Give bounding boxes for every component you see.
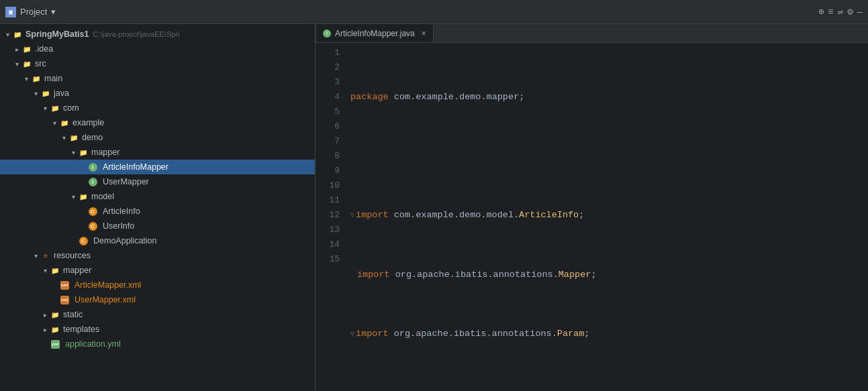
tree-item-model[interactable]: ▾ 📁 model <box>0 189 315 204</box>
tree-item-resources[interactable]: ▾ ≡ resources <box>0 248 315 263</box>
class-icon-userinfo: C <box>87 221 98 231</box>
tree-label-mapper-resources: mapper <box>63 266 91 275</box>
tree-label-articleinfomapper: ArticleInfoMapper <box>103 162 168 172</box>
line-num-8: 8 <box>316 149 340 164</box>
tree-label-articleinfo: ArticleInfo <box>103 207 140 216</box>
tree-item-mapper-resources[interactable]: ▾ 📁 mapper <box>0 263 315 278</box>
tree-label-templates: templates <box>63 325 99 334</box>
code-line-1: package com.example.demo.mapper; <box>350 90 868 105</box>
tree-label-static: static <box>63 310 83 319</box>
code-lines[interactable]: package com.example.demo.mapper; ▽import… <box>345 43 868 391</box>
folder-icon-templates: 📁 <box>50 325 60 334</box>
folder-icon-src: 📁 <box>21 59 32 68</box>
tree-item-main[interactable]: ▾ 📁 main <box>0 71 315 86</box>
folder-icon-idea: 📁 <box>21 44 32 54</box>
code-line-3: ▽import com.example.demo.model.ArticleIn… <box>350 208 868 223</box>
code-editor[interactable]: ! ArticleInfoMapper.java × 1 2 3 4 5 6 7… <box>316 24 868 391</box>
globe-icon[interactable]: ⊕ <box>818 6 824 17</box>
code-line-2 <box>350 149 868 164</box>
arrow-mapper-resources: ▾ <box>40 267 50 274</box>
arrow-static: ▸ <box>40 311 50 319</box>
tree-item-java[interactable]: ▾ 📁 java <box>0 86 315 101</box>
tree-item-templates[interactable]: ▸ 📁 templates <box>0 322 315 337</box>
code-content-area: 1 2 3 4 5 6 7 8 9 10 11 12 13 14 15 pack… <box>316 43 868 391</box>
arrow-resources: ▾ <box>31 252 40 260</box>
tree-label-idea: .idea <box>35 44 53 54</box>
tree-item-example[interactable]: ▾ 📁 example <box>0 115 315 130</box>
line-num-14: 14 <box>316 237 340 252</box>
tree-item-application-yml[interactable]: yml application.yml <box>0 337 315 351</box>
tab-filename: ArticleInfoMapper.java <box>335 29 415 38</box>
line-num-1: 1 <box>316 46 340 60</box>
tree-label-mapper: mapper <box>91 148 119 157</box>
tree-label-java: java <box>54 89 69 98</box>
main-area: ▾ 📁 SpringMyBatis1 C:\java-projrct\javaE… <box>0 24 868 391</box>
tree-item-root[interactable]: ▾ 📁 SpringMyBatis1 C:\java-projrct\javaE… <box>0 27 315 42</box>
arrow-mapper: ▾ <box>68 149 78 156</box>
tree-label-model: model <box>91 192 114 201</box>
tree-item-userinfo[interactable]: C UserInfo <box>0 219 315 233</box>
tree-item-articleinfo[interactable]: C ArticleInfo <box>0 204 315 219</box>
line-num-6: 6 <box>316 119 340 134</box>
arrow-model: ▾ <box>68 193 78 201</box>
tree-label-demoapplication: DemoApplication <box>93 236 157 245</box>
folder-icon-resources: ≡ <box>40 251 51 260</box>
folder-icon-mapper: 📁 <box>78 148 89 157</box>
arrow-main: ▾ <box>21 75 31 82</box>
arrow-java: ▾ <box>31 90 40 97</box>
interface-icon-articleinfomapper: I <box>87 162 98 172</box>
folder-icon-main: 📁 <box>31 74 42 83</box>
xml-icon-articlemapper: xml <box>59 280 70 290</box>
tree-label-usermapper-xml: UserMapper.xml <box>75 295 136 304</box>
interface-icon-usermapper: I <box>87 177 98 186</box>
tree-item-articlemapper-xml[interactable]: xml ArticleMapper.xml <box>0 278 315 292</box>
tab-status-indicator: ! <box>323 30 331 38</box>
arrow-demo: ▾ <box>59 134 68 142</box>
folder-icon-root: 📁 <box>12 30 23 39</box>
line-num-15: 15 <box>316 252 340 267</box>
folder-icon-static: 📁 <box>50 310 60 319</box>
class-icon-articleinfo: C <box>87 207 98 216</box>
yaml-icon-application: yml <box>50 339 60 349</box>
line-num-3: 3 <box>316 75 340 90</box>
line-num-5: 5 <box>316 105 340 119</box>
arrow-templates: ▸ <box>40 326 50 333</box>
arrow-src: ▾ <box>12 60 21 68</box>
tree-item-usermapper[interactable]: I UserMapper <box>0 174 315 189</box>
tree-item-src[interactable]: ▾ 📁 src <box>0 56 315 71</box>
settings-icon[interactable]: ⚙ <box>847 6 853 17</box>
tree-label-src: src <box>35 59 46 68</box>
tree-label-resources: resources <box>54 251 91 260</box>
line-num-7: 7 <box>316 134 340 149</box>
editor-tab-articleinfomapper[interactable]: ! ArticleInfoMapper.java × <box>316 24 434 42</box>
tree-item-usermapper-xml[interactable]: xml UserMapper.xml <box>0 292 315 307</box>
arrow-idea: ▸ <box>12 46 21 53</box>
tree-item-com[interactable]: ▾ 📁 com <box>0 101 315 115</box>
code-line-5: ▽import org.apache.ibatis.annotations.Pa… <box>350 327 868 342</box>
line-num-10: 10 <box>316 178 340 193</box>
tree-item-static[interactable]: ▸ 📁 static <box>0 307 315 322</box>
project-dropdown[interactable]: ▾ <box>51 7 56 17</box>
tree-item-demo[interactable]: ▾ 📁 demo <box>0 130 315 145</box>
xml-icon-usermapper: xml <box>59 295 70 304</box>
minimize-icon[interactable]: — <box>857 7 863 17</box>
tab-close-button[interactable]: × <box>422 29 426 38</box>
list-icon[interactable]: ≡ <box>828 7 833 17</box>
tree-item-articleinfomapper[interactable]: I ArticleInfoMapper <box>0 160 315 174</box>
arrow-example: ▾ <box>50 119 59 127</box>
tree-label-demo: demo <box>82 133 103 142</box>
folder-icon-com: 📁 <box>50 103 60 113</box>
tree-label-main: main <box>44 74 62 83</box>
tree-item-idea[interactable]: ▸ 📁 .idea <box>0 42 315 56</box>
tree-item-mapper[interactable]: ▾ 📁 mapper <box>0 145 315 160</box>
code-line-6 <box>350 386 868 391</box>
class-icon-demoapplication: C <box>78 236 89 245</box>
tree-label-usermapper: UserMapper <box>103 177 149 186</box>
line-num-12: 12 <box>316 208 340 223</box>
project-icon: ▣ <box>5 7 16 17</box>
folder-icon-java: 📁 <box>40 89 51 98</box>
tree-item-demoapplication[interactable]: C DemoApplication <box>0 233 315 248</box>
folder-icon-demo: 📁 <box>68 133 79 142</box>
project-label[interactable]: Project <box>20 7 47 17</box>
arrows-icon[interactable]: ⇌ <box>838 6 843 17</box>
